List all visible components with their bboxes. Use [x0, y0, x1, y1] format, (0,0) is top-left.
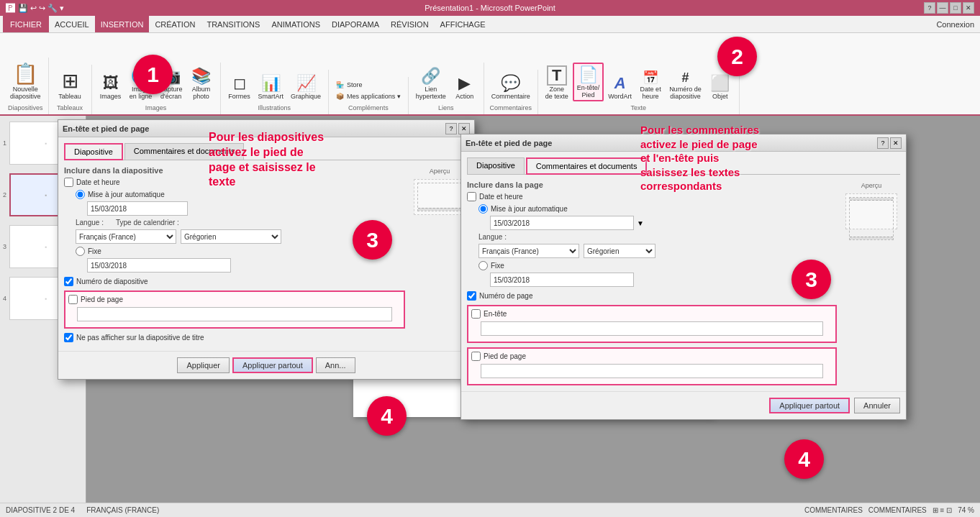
- dialog1-cal-select[interactable]: Grégorien: [181, 229, 281, 244]
- dialog1-numero-check[interactable]: [64, 277, 73, 286]
- dialog2-radio-fixe[interactable]: [478, 261, 488, 270]
- annotation-circle-3a: 3: [353, 220, 392, 260]
- dialog1-close-btn[interactable]: ✕: [458, 123, 470, 134]
- menu-item-insertion[interactable]: INSERTION: [95, 16, 150, 32]
- dialog2-pied-input[interactable]: [481, 364, 824, 378]
- dialog2-preview-slide: [845, 193, 897, 229]
- ribbon-group-illustrations: ◻ Formes 📊 SmartArt 📈 Graphique Illustra…: [221, 70, 330, 114]
- dialog2-radio-auto[interactable]: [478, 204, 488, 214]
- commentaire-icon: 💬: [501, 74, 520, 93]
- btn-formes[interactable]: ◻ Formes: [225, 73, 254, 101]
- dialog1-radio-auto[interactable]: [76, 190, 85, 199]
- btn-graphique[interactable]: 📈 Graphique: [288, 73, 324, 101]
- dialog2-cal-select[interactable]: Grégorien: [584, 244, 655, 258]
- dialog2-entete-input[interactable]: [481, 321, 824, 336]
- btn-mes-apps[interactable]: 📦 Mes applications ▾: [333, 91, 404, 101]
- menu-item-affichage[interactable]: AFFICHAGE: [435, 16, 491, 32]
- dialog1-date-check[interactable]: [64, 178, 73, 187]
- dialog2-numero-check[interactable]: [467, 291, 476, 301]
- comments-1[interactable]: COMMENTAIRES: [804, 506, 863, 514]
- ribbon-group-tableaux: ⊞ Tableau Tableaux: [49, 65, 92, 114]
- comments-2[interactable]: COMMENTAIRES: [868, 506, 927, 514]
- btn-commentaire[interactable]: 💬 Commentaire: [489, 73, 533, 101]
- menu-item-accueil[interactable]: ACCUEIL: [49, 16, 95, 32]
- ribbon-group-diapositives: 📋 Nouvellediapositive Diapositives: [3, 58, 49, 114]
- app-title: Présentation1 - Microsoft PowerPoint: [425, 4, 555, 12]
- dialog2-pied-section: Pied de page: [467, 347, 837, 385]
- action-icon: ▶: [458, 74, 471, 93]
- annotation-circle-4b: 4: [784, 439, 824, 479]
- ribbon-label-tableaux: Tableaux: [57, 104, 83, 111]
- menu-item-fichier[interactable]: FICHIER: [3, 16, 49, 32]
- dialog2-entete-label: En-tête: [484, 310, 507, 318]
- dialog2-pied-label: Pied de page: [484, 352, 526, 360]
- store-icon: 🏪: [336, 81, 344, 88]
- dialog2-pied-check[interactable]: [471, 352, 481, 361]
- btn-wordart[interactable]: A WordArt: [605, 73, 635, 101]
- dialog1-tab-diapositive[interactable]: Diapositive: [64, 143, 123, 160]
- ribbon-group-liens: 🔗 Lienhypertexte ▶ Action Liens: [409, 63, 484, 114]
- dialog1-pied-section: Pied de page: [64, 290, 405, 329]
- connexion-btn[interactable]: Connexion: [936, 16, 974, 33]
- dialog2-entete-check[interactable]: [471, 309, 481, 319]
- dialog2-tab-diapositive[interactable]: Diapositive: [467, 157, 525, 174]
- btn-nouvelle-diapositive[interactable]: 📋 Nouvellediapositive: [7, 60, 44, 101]
- dialog1-nepasficher-row: Ne pas afficher sur la diapositive de ti…: [64, 333, 405, 342]
- annotation-text-2: Pour les commentairesactivez le pied de …: [640, 123, 759, 193]
- btn-numero-diapositive[interactable]: # Numéro dediapositive: [666, 69, 704, 101]
- dialog2-tab-commentaires[interactable]: Commentaires et documents: [526, 157, 648, 175]
- ribbon-label-liens: Liens: [438, 104, 454, 111]
- main-area: 1 ▪ 2 ▪ 3 ▪ 4 ▪ En-tête: [0, 116, 980, 503]
- btn-store[interactable]: 🏪 Store: [333, 80, 366, 90]
- annotation-text-1: Pour les diapositivesactivez le pied dep…: [209, 130, 324, 190]
- dialog2-langue-select[interactable]: Français (France): [478, 244, 579, 258]
- dialog2-annuler-btn[interactable]: Annuler: [854, 398, 900, 413]
- menu-bar: FICHIER ACCUEIL INSERTION CRÉATION TRANS…: [0, 16, 980, 33]
- dialog2-fixe-input[interactable]: [490, 273, 634, 287]
- dialog1-help-btn[interactable]: ?: [445, 123, 457, 134]
- dialog1-apercu-label: Aperçu: [411, 166, 468, 176]
- btn-zone-texte[interactable]: T Zonede texte: [543, 64, 571, 101]
- menu-item-animations[interactable]: ANIMATIONS: [266, 16, 326, 32]
- title-controls: ? — □ ✕: [924, 2, 974, 14]
- dialog2-date-input[interactable]: [490, 216, 634, 230]
- dialog2-date-row: Date et heure: [467, 192, 837, 201]
- btn-objet[interactable]: ⬜ Objet: [706, 73, 735, 101]
- dialog1-appliquer-btn[interactable]: Appliquer: [177, 357, 229, 373]
- dialog2-date-check[interactable]: [467, 192, 476, 201]
- menu-item-diaporama[interactable]: DIAPORAMA: [326, 16, 385, 32]
- dialog1-nepassafficher-check[interactable]: [64, 333, 73, 342]
- maximize-btn[interactable]: □: [950, 2, 961, 14]
- dialog1-date-input[interactable]: [87, 201, 188, 216]
- btn-date-heure[interactable]: 📅 Date etheure: [636, 68, 665, 101]
- dialog2-apercu-label: Aperçu: [843, 180, 900, 191]
- dialog1-fixe-input[interactable]: [87, 258, 231, 273]
- btn-album-photo[interactable]: 📚 Albumphoto: [187, 65, 216, 101]
- close-btn[interactable]: ✕: [963, 2, 974, 14]
- menu-item-transitions[interactable]: TRANSITIONS: [201, 16, 266, 32]
- dialog2-close-btn[interactable]: ✕: [890, 137, 902, 149]
- menu-item-creation[interactable]: CRÉATION: [149, 16, 201, 32]
- dialog2-help-btn[interactable]: ?: [877, 137, 889, 149]
- minimize-btn[interactable]: —: [937, 2, 948, 14]
- dialog1-radio-fixe[interactable]: [76, 247, 85, 256]
- quick-access: 💾 ↩ ↪ 🔧 ▾: [18, 4, 64, 13]
- menu-item-revision[interactable]: RÉVISION: [385, 16, 435, 32]
- btn-action[interactable]: ▶ Action: [450, 73, 479, 101]
- app-icon: 🅿: [6, 3, 15, 14]
- images-icon: 🖼: [103, 74, 119, 93]
- dialog1-title: En-tête et pied de page: [63, 124, 149, 133]
- dialog1-annuler-btn[interactable]: Ann...: [316, 357, 355, 373]
- btn-entete-pied[interactable]: 📄 En-tête/Pied: [573, 63, 604, 101]
- btn-smartart[interactable]: 📊 SmartArt: [255, 73, 287, 101]
- btn-lien-hypertexte[interactable]: 🔗 Lienhypertexte: [413, 65, 449, 101]
- btn-images[interactable]: 🖼 Images: [96, 73, 125, 101]
- dialog2-appliquer-partout-btn[interactable]: Appliquer partout: [769, 398, 850, 413]
- help-btn[interactable]: ?: [924, 2, 935, 14]
- dialog1-pied-input[interactable]: [77, 307, 393, 321]
- ribbon-label-texte: Texte: [630, 104, 646, 111]
- dialog1-langue-select[interactable]: Français (France): [76, 229, 176, 244]
- dialog1-pied-check[interactable]: [68, 295, 78, 304]
- btn-tableau[interactable]: ⊞ Tableau: [55, 68, 84, 101]
- dialog1-appliquer-partout-btn[interactable]: Appliquer partout: [232, 357, 313, 373]
